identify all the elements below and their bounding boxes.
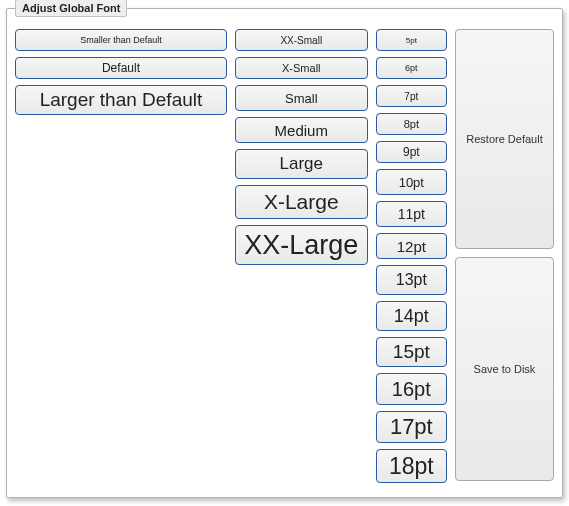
pt-13-button[interactable]: 13pt (376, 265, 447, 295)
pt-7-button[interactable]: 7pt (376, 85, 447, 107)
actions-column: Restore Default Save to Disk (455, 29, 554, 481)
default-button[interactable]: Default (15, 57, 227, 79)
pt-15-button[interactable]: 15pt (376, 337, 447, 367)
pt-6-button[interactable]: 6pt (376, 57, 447, 79)
larger-than-default-button[interactable]: Larger than Default (15, 85, 227, 115)
save-to-disk-button[interactable]: Save to Disk (455, 257, 554, 481)
point-size-column: 5pt 6pt 7pt 8pt 9pt 10pt 11pt 12pt 13pt … (376, 29, 447, 483)
pt-17-button[interactable]: 17pt (376, 411, 447, 443)
medium-button[interactable]: Medium (235, 117, 368, 143)
pt-11-button[interactable]: 11pt (376, 201, 447, 227)
restore-default-button[interactable]: Restore Default (455, 29, 554, 249)
pt-10-button[interactable]: 10pt (376, 169, 447, 195)
pt-14-button[interactable]: 14pt (376, 301, 447, 331)
smaller-than-default-button[interactable]: Smaller than Default (15, 29, 227, 51)
pt-8-button[interactable]: 8pt (376, 113, 447, 135)
pt-12-button[interactable]: 12pt (376, 233, 447, 259)
large-button[interactable]: Large (235, 149, 368, 179)
small-button[interactable]: Small (235, 85, 368, 111)
xx-large-button[interactable]: XX-Large (235, 225, 368, 265)
adjust-global-font-panel: Adjust Global Font Smaller than Default … (6, 8, 563, 498)
x-large-button[interactable]: X-Large (235, 185, 368, 219)
pt-18-button[interactable]: 18pt (376, 449, 447, 483)
panel-title: Adjust Global Font (15, 0, 127, 17)
x-small-button[interactable]: X-Small (235, 57, 368, 79)
relative-size-column: Smaller than Default Default Larger than… (15, 29, 227, 115)
xx-small-button[interactable]: XX-Small (235, 29, 368, 51)
pt-9-button[interactable]: 9pt (376, 141, 447, 163)
named-size-column: XX-Small X-Small Small Medium Large X-La… (235, 29, 368, 265)
pt-5-button[interactable]: 5pt (376, 29, 447, 51)
pt-16-button[interactable]: 16pt (376, 373, 447, 405)
